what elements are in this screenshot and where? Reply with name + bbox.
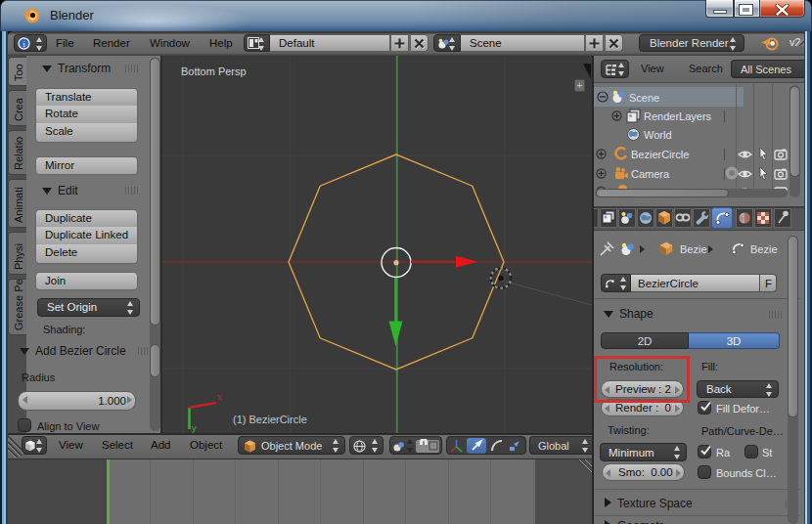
svg-text:x: x [217, 392, 222, 402]
svg-text:y: y [192, 423, 197, 433]
